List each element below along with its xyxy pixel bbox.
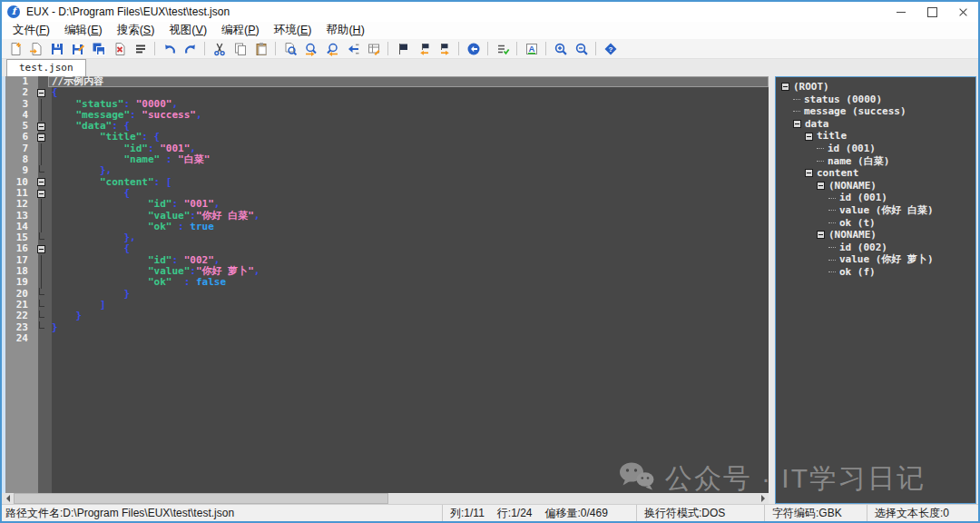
next-bookmark-button[interactable] [434,40,455,58]
tree-item-noname[interactable]: (NONAME) [776,180,975,192]
open-file-button[interactable] [25,40,46,58]
tree-collapse-icon[interactable] [805,133,813,141]
find-prev-button[interactable] [321,40,342,58]
tree-item-title[interactable]: title [776,130,975,143]
tree-label: (ROOT) [793,81,829,94]
code-line-1[interactable]: 1//示例内容 [2,76,769,87]
cut-button[interactable] [209,40,230,58]
find-next-button[interactable] [300,40,321,58]
tree-collapse-icon[interactable] [805,169,813,177]
copy-button[interactable] [230,40,250,58]
fold-toggle-icon[interactable] [34,87,48,98]
tree-collapse-icon[interactable] [781,83,789,91]
undo-button[interactable] [159,40,180,58]
tree-item-root[interactable]: (ROOT) [776,81,975,94]
tree-item-id-001[interactable]: id (001) [776,143,975,155]
menu-item-p[interactable]: 编程(P) [214,23,267,38]
tree-item-content[interactable]: content [776,167,975,180]
tree-label: status (0000) [804,94,882,106]
tree-item-value[interactable]: value (你好 萝卜) [776,253,975,266]
fold-margin [34,300,48,311]
fold-margin [34,110,48,121]
scrollbar-track[interactable] [388,493,757,504]
tree-item-id-002[interactable]: id (002) [776,242,975,254]
code-text: "ok" : true [48,222,769,232]
code-line-20[interactable]: 20 } [2,289,769,300]
zoom-in-icon [554,42,568,56]
tree-collapse-icon[interactable] [817,182,825,190]
scroll-right-icon [761,495,765,502]
code-line-24[interactable]: 24 [2,333,769,344]
redo-button[interactable] [180,40,201,58]
copy-icon [233,42,248,56]
fold-toggle-icon[interactable] [34,243,48,254]
tree-item-value[interactable]: value (你好 白菜) [776,204,975,217]
tree-collapse-icon[interactable] [793,120,801,128]
save-button[interactable] [46,40,67,58]
app-logo-icon: f [7,5,20,18]
scroll-left-button[interactable] [2,493,14,504]
fold-toggle-icon[interactable] [34,177,48,188]
structure-tree-panel: (ROOT)status (0000)message (success)data… [775,76,976,504]
line-number: 5 [2,121,34,132]
fold-toggle-icon[interactable] [34,132,48,143]
paste-button[interactable] [250,40,271,58]
code-line-8[interactable]: 8 "name" : "白菜" [2,154,769,165]
code-line-22[interactable]: 22 } [2,311,769,321]
tree-label: id (001) [839,192,887,204]
window-controls [886,2,978,22]
fold-toggle-icon[interactable] [34,121,48,132]
tree-item-ok-t[interactable]: ok (t) [776,217,975,230]
menu-item-f[interactable]: 文件(F) [5,23,57,38]
list-view-button[interactable] [130,40,151,58]
scrollbar-thumb[interactable] [14,493,388,504]
syntax-color-icon: A [524,42,539,56]
replace-button[interactable] [363,40,384,58]
code-line-21[interactable]: 21 ] [2,300,769,311]
zoom-out-icon [574,42,589,56]
zoom-in-button[interactable] [550,40,571,58]
code-editor[interactable]: 1//示例内容2{3 "status": "0000",4 "message":… [2,76,769,493]
goto-line-button[interactable] [342,40,363,58]
status-column: 列:1/11 [450,506,485,521]
tree-connector [828,222,836,223]
menu-item-v[interactable]: 视图(V) [162,23,214,38]
code-line-23[interactable]: 23} [2,322,769,333]
cut-icon [212,42,227,56]
tree-item-id-001[interactable]: id (001) [776,192,975,204]
tree-collapse-icon[interactable] [817,231,825,239]
new-file-button[interactable] [5,40,25,58]
save-all-button[interactable] [88,40,109,58]
minimize-button[interactable] [886,2,916,22]
checklist-button[interactable] [492,40,513,58]
about-button[interactable]: ? [600,40,621,58]
maximize-button[interactable] [916,2,947,22]
tree-item-name[interactable]: name (白菜) [776,155,975,168]
tree-label: ok (f) [839,266,876,279]
menu-item-e[interactable]: 环境(E) [267,23,319,38]
menu-item-s[interactable]: 搜索(S) [110,23,162,38]
save-as-button[interactable] [67,40,88,58]
prev-bookmark-button[interactable] [413,40,434,58]
tab-test.json[interactable]: test.json [6,59,86,76]
fold-toggle-icon[interactable] [34,188,48,199]
zoom-out-button[interactable] [571,40,592,58]
tree-item-data[interactable]: data [776,118,975,131]
syntax-color-button[interactable]: A [521,40,542,58]
tree-item-ok-f[interactable]: ok (f) [776,266,975,279]
find-button[interactable] [279,40,300,58]
pane-splitter[interactable] [769,76,775,504]
main-area: 1//示例内容2{3 "status": "0000",4 "message":… [2,76,978,504]
close-file-button[interactable] [109,40,130,58]
bookmark-button[interactable] [392,40,413,58]
scroll-right-button[interactable] [757,493,769,504]
tree-item-noname[interactable]: (NONAME) [776,229,975,242]
tree-label: id (002) [839,242,887,254]
tree-item-message-success[interactable]: message (success) [776,105,975,118]
code-text: "content": [ [48,177,769,188]
menu-item-h[interactable]: 帮助(H) [318,23,371,38]
back-button[interactable] [463,40,484,58]
menu-item-e[interactable]: 编辑(E) [57,23,110,38]
tree-item-status-0000[interactable]: status (0000) [776,94,975,106]
close-button[interactable] [947,2,978,22]
